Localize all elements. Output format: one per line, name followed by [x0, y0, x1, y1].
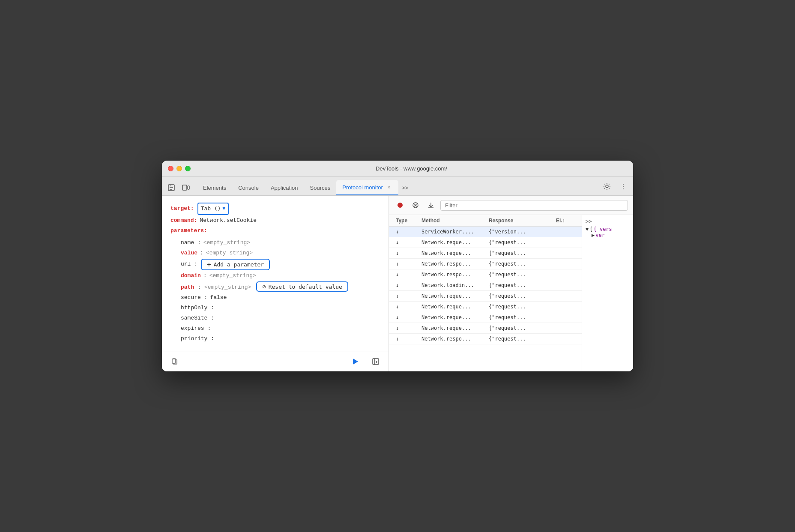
json-expand-icon-2[interactable]: ▶: [592, 232, 595, 238]
table-row[interactable]: ↓ Network.respo... {"request...: [389, 334, 582, 344]
json-tree: ▼ { { vers ▶ ver: [586, 226, 630, 238]
col-type: Type: [392, 215, 418, 226]
sidebar-toggle-button[interactable]: [370, 356, 382, 368]
run-button[interactable]: [349, 356, 361, 368]
main-content: target: Tab () ▼ command: Network.setCoo…: [162, 196, 633, 371]
svg-rect-1: [182, 185, 187, 190]
add-parameter-button[interactable]: + Add a parameter: [201, 259, 270, 270]
title-bar: DevTools - www.google.com/: [162, 161, 633, 177]
tabs-bar: Elements Console Application Sources Pro…: [162, 177, 633, 196]
td-el: [553, 312, 578, 323]
td-type: ↓: [392, 291, 418, 301]
tab-close-icon[interactable]: ×: [386, 184, 392, 191]
download-button[interactable]: [425, 199, 437, 211]
table-row[interactable]: ↓ Network.reque... {"request...: [389, 291, 582, 302]
svg-marker-6: [353, 359, 358, 365]
device-mode-icon[interactable]: [180, 182, 192, 194]
tab-application[interactable]: Application: [265, 180, 304, 195]
td-type: ↓: [392, 248, 418, 258]
table-header: Type Method Response El.↑: [389, 215, 582, 227]
table-row[interactable]: ↓ Network.loadin... {"request...: [389, 280, 582, 291]
target-select[interactable]: Tab () ▼: [197, 203, 229, 215]
filter-input[interactable]: [440, 200, 628, 211]
field-priority: priority :: [170, 334, 380, 344]
more-options-button[interactable]: ⋮: [617, 180, 630, 193]
field-httponly: httpOnly :: [170, 303, 380, 313]
left-content: target: Tab () ▼ command: Network.setCoo…: [162, 196, 389, 351]
reset-icon: ⊘: [262, 283, 266, 290]
field-url: url : + Add a parameter: [170, 259, 380, 270]
table-row[interactable]: ↓ ServiceWorker.... {"version...: [389, 227, 582, 237]
td-el: [553, 334, 578, 344]
td-method: Network.reque...: [418, 323, 485, 333]
reset-default-button[interactable]: ⊘ Reset to default value: [256, 281, 348, 292]
settings-button[interactable]: [601, 180, 613, 193]
svg-rect-5: [172, 359, 176, 363]
right-panels: Type Method Response El.↑: [389, 215, 633, 371]
field-secure: secure : false: [170, 293, 380, 302]
filter-bar: [389, 196, 633, 215]
json-brace: {: [589, 226, 592, 232]
td-method: Network.reque...: [418, 291, 485, 301]
table-row[interactable]: ↓ Network.reque... {"request...: [389, 323, 582, 334]
td-method: Network.respo...: [418, 269, 485, 280]
table-row[interactable]: ↓ Network.reque... {"request...: [389, 302, 582, 312]
target-row: target: Tab () ▼: [170, 203, 380, 215]
field-path: path : <empty_string> ⊘ Reset to default…: [170, 281, 380, 292]
table-body: ↓ ServiceWorker.... {"version... ↓ Netwo…: [389, 227, 582, 371]
panel-more-btn[interactable]: >>: [586, 218, 592, 224]
td-response: {"request...: [485, 248, 553, 258]
tab-sources[interactable]: Sources: [304, 180, 337, 195]
window-title: DevTools - www.google.com/: [196, 165, 627, 172]
maximize-button[interactable]: [185, 166, 191, 171]
svg-point-9: [398, 203, 403, 208]
tab-icon-group: [165, 182, 192, 195]
close-button[interactable]: [168, 166, 173, 171]
table-row[interactable]: ↓ Network.respo... {"request...: [389, 259, 582, 269]
field-samesite: sameSite :: [170, 314, 380, 323]
td-el: [553, 259, 578, 269]
table-row[interactable]: ↓ Network.reque... {"request...: [389, 237, 582, 248]
td-type: ↓: [392, 237, 418, 248]
record-button[interactable]: [394, 199, 406, 211]
table-row[interactable]: ↓ Network.respo... {"request...: [389, 269, 582, 280]
td-el: [553, 291, 578, 301]
td-type: ↓: [392, 334, 418, 344]
tab-elements[interactable]: Elements: [197, 180, 232, 195]
minimize-button[interactable]: [176, 166, 182, 171]
right-panel: Type Method Response El.↑: [389, 196, 633, 371]
left-footer: [162, 352, 389, 371]
td-response: {"version...: [485, 227, 553, 237]
td-method: ServiceWorker....: [418, 227, 485, 237]
td-type: ↓: [392, 280, 418, 290]
tab-more-button[interactable]: >>: [398, 180, 412, 195]
td-method: Network.reque...: [418, 312, 485, 323]
target-label: target:: [170, 204, 194, 213]
clear-button[interactable]: [409, 199, 421, 211]
svg-rect-7: [373, 359, 379, 365]
tabs-right-actions: ⋮: [601, 180, 630, 195]
td-type: ↓: [392, 323, 418, 333]
devtools-icon[interactable]: [165, 182, 177, 194]
td-response: {"request...: [485, 334, 553, 344]
td-method: Network.reque...: [418, 248, 485, 258]
traffic-lights: [168, 166, 191, 171]
table-row[interactable]: ↓ Network.reque... {"request...: [389, 248, 582, 259]
td-response: {"request...: [485, 312, 553, 323]
dropdown-arrow-icon: ▼: [223, 205, 226, 213]
td-type: ↓: [392, 312, 418, 323]
field-name: name : <empty_string>: [170, 238, 380, 248]
tab-console[interactable]: Console: [232, 180, 265, 195]
td-response: {"request...: [485, 269, 553, 280]
table-row[interactable]: ↓ Network.reque... {"request...: [389, 312, 582, 323]
td-el: [553, 237, 578, 248]
copy-button[interactable]: [169, 356, 181, 368]
json-key: { vers: [593, 226, 612, 232]
json-expand-icon[interactable]: ▼: [586, 226, 589, 232]
tab-protocol-monitor[interactable]: Protocol monitor ×: [336, 180, 398, 195]
parameters-row: parameters:: [170, 226, 380, 236]
field-expires: expires :: [170, 324, 380, 333]
command-value: Network.setCookie: [200, 216, 257, 225]
td-response: {"request...: [485, 237, 553, 248]
field-domain: domain : <empty_string>: [170, 271, 380, 281]
